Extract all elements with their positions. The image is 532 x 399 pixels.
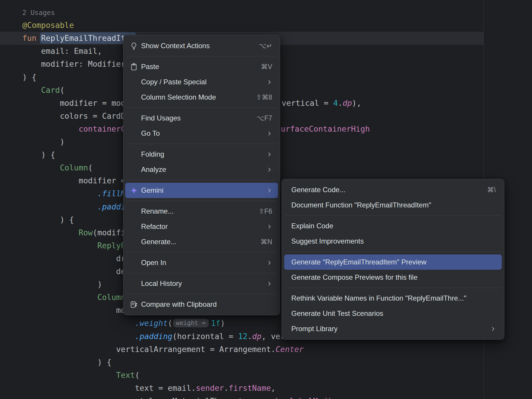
code-token: dp [252,332,262,341]
code-token: verticalArrangement = Arrangement. [22,345,276,354]
code-token: ) { [22,358,111,367]
code-line[interactable]: ) { [22,356,111,369]
submenu-arrow-icon [490,326,496,332]
menu-item-label: Generate Compose Previews for this file [291,273,496,281]
code-line[interactable]: ) [22,278,102,291]
menu-item-label: Find Usages [141,114,250,122]
menu-item-prompt-library[interactable]: Prompt Library [284,321,502,336]
menu-separator [126,294,277,294]
menu-item-local-history[interactable]: Local History [125,276,278,291]
menu-item-refactor[interactable]: Refactor [125,219,278,234]
empty-icon [130,150,141,158]
empty-icon [130,114,141,122]
menu-item-label: Go To [141,129,260,138]
menu-item-generate[interactable]: Generate...⌘N [125,234,278,249]
menu-item-label: Copy / Paste Special [141,78,260,86]
menu-item-generate-compose-previews-for-this-file[interactable]: Generate Compose Previews for this file [284,270,502,285]
submenu-arrow-icon [267,79,272,85]
menu-item-folding[interactable]: Folding [125,147,278,162]
code-line[interactable]: ) { [22,71,36,84]
menu-item-label: Generate "ReplyEmailThreadItem" Preview [291,258,496,266]
menu-item-label: Folding [141,150,260,158]
code-token: Column [60,163,88,172]
code-line[interactable]: ) { [22,148,55,162]
code-line[interactable]: Text( [22,369,140,382]
code-line[interactable]: verticalArrangement = Arrangement.Center [22,343,304,356]
menu-item-label: Explain Code [291,222,496,230]
menu-item-label: Refactor [141,222,260,231]
code-token [22,86,41,95]
menu-item-document-function-replyemailthreaditem[interactable]: Document Function "ReplyEmailThreadItem" [284,197,502,213]
code-line[interactable]: ) { [22,213,74,227]
gemini-submenu: Generate Code...⌘\Document Function "Rep… [282,179,504,340]
menu-item-gemini[interactable]: Gemini [125,183,278,198]
code-line[interactable]: style = MaterialTheme.typography.labelMe… [22,395,341,399]
code-token: .padding [135,332,173,341]
menu-item-label: Prompt Library [291,325,483,333]
submenu-arrow-icon [267,188,272,193]
code-token: (horizontal = [173,332,238,341]
code-token: sender [196,383,224,393]
menu-item-label: Suggest Improvements [291,237,496,245]
menu-item-open-in[interactable]: Open In [125,255,278,270]
empty-icon [130,280,141,288]
lightbulb-icon [130,42,141,50]
menu-separator [285,215,501,216]
menu-item-copy-paste-special[interactable]: Copy / Paste Special [125,74,278,90]
menu-item-show-context-actions[interactable]: Show Context Actions⌥↵ [125,38,278,53]
menu-item-find-usages[interactable]: Find Usages⌥F7 [125,110,278,126]
code-token: . [338,98,342,108]
code-line[interactable]: 2 Usages [22,6,55,19]
menu-item-rethink-variable-names-in-function-replyemailthre[interactable]: Rethink Variable Names in Function "Repl… [284,291,502,306]
menu-item-paste[interactable]: Paste⌘V [125,59,278,74]
compare-clipboard-icon [130,301,141,309]
code-token [22,370,116,380]
menu-item-label: Generate Code... [291,186,480,194]
menu-item-explain-code[interactable]: Explain Code [284,218,502,234]
gemini-icon [130,187,141,195]
code-token: style = MaterialTheme. [22,396,238,399]
submenu-arrow-icon [267,224,272,229]
menu-separator [126,252,277,252]
menu-separator [126,201,277,201]
menu-item-rename[interactable]: Rename...⇧F6 [125,204,278,219]
menu-item-analyze[interactable]: Analyze [125,162,278,177]
menu-item-go-to[interactable]: Go To [125,126,278,141]
code-line[interactable]: text = email.sender.firstName, [22,382,276,395]
menu-item-label: Local History [141,279,260,288]
menu-item-shortcut: ⌥↵ [259,42,272,50]
code-line[interactable]: Column( [22,291,130,304]
code-line[interactable]: .padding(horizontal = 12.dp, ver [22,330,285,343]
code-fragment[interactable]: vertical = 4.dp), [282,97,361,110]
code-token: Row [78,228,93,237]
menu-item-compare-with-clipboard[interactable]: Compare with Clipboard [125,297,278,312]
code-line[interactable]: Column( [22,161,93,175]
empty-icon [130,259,141,267]
empty-icon [130,130,141,138]
code-line[interactable]: Card( [22,84,65,97]
menu-item-label: Open In [141,259,260,267]
menu-item-column-selection-mode[interactable]: Column Selection Mode⇧⌘8 [125,90,278,105]
menu-item-suggest-improvements[interactable]: Suggest Improvements [284,234,502,249]
code-line[interactable]: email: Email, [22,45,102,58]
code-fragment[interactable]: urfaceContainerHigh [281,123,370,136]
code-token: email: Email, [22,46,102,56]
code-token: . [285,396,290,399]
menu-item-generate-replyemailthreaditem-preview[interactable]: Generate "ReplyEmailThreadItem" Preview [284,254,502,270]
usages-code-vision[interactable]: 2 Usages [22,9,55,16]
code-line[interactable]: ) [22,135,65,149]
code-line[interactable]: @Composable [22,19,74,32]
code-line[interactable]: .padding( [22,200,140,214]
code-line[interactable]: fun ReplyEmailThreadItem( [22,32,140,45]
code-token: ) [220,318,225,328]
empty-icon [130,238,141,246]
code-token [22,163,60,172]
menu-item-label: Rename... [141,207,252,215]
menu-item-generate-code[interactable]: Generate Code...⌘\ [284,182,502,197]
code-line[interactable]: .weight(weight =1f) [22,317,225,330]
menu-item-label: Paste [141,63,254,71]
code-token: . [224,383,229,393]
clipboard-icon [130,63,141,71]
menu-item-generate-unit-test-scenarios[interactable]: Generate Unit Test Scenarios [284,306,502,321]
submenu-arrow-icon [267,260,272,266]
